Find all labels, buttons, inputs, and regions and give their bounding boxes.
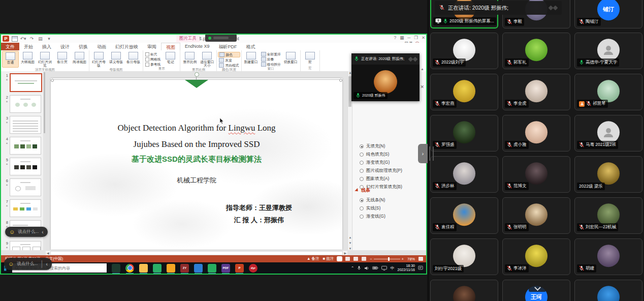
slide-title-en-line2[interactable]: Jujubes Based on the Improved SSD [51,139,342,149]
participant-tile-李冰洋[interactable]: 李冰洋 [502,238,570,275]
tray-battery-icon[interactable] [372,266,378,270]
slide-thumbnail-2[interactable]: 2✶ [3,95,45,113]
participant-tile[interactable] [430,280,498,301]
pdf-app-icon[interactable]: PDF [221,264,230,273]
panel-resize-grip[interactable] [429,146,434,161]
ribbon-button-大纲视图[interactable]: 大纲视图 [19,51,36,68]
fit-to-window-button[interactable] [418,257,423,261]
restore-icon[interactable]: ❐ [414,35,418,40]
zoom-slider[interactable]: − + [370,257,404,261]
participant-tile[interactable] [574,280,642,301]
participant-tile-高德华-宁夏大学[interactable]: 高德华-宁夏大学 [574,33,642,69]
ribbon-tab-文件[interactable]: 文件 [1,43,19,50]
file-explorer-icon[interactable] [139,264,148,273]
ribbon-button-备注页[interactable]: 备注页 [54,51,71,68]
scroll-right-icon[interactable]: ▶ [344,251,346,255]
ribbon-tab-动画[interactable]: 动画 [92,43,111,50]
fill-option-5[interactable]: 图案填充(A) [360,176,389,182]
participant-tile-刘宏民—22机械[interactable]: 刘宏民—22机械 [574,197,642,234]
tray-expand-icon[interactable]: ⌃ [351,266,355,270]
participant-tile-范博文[interactable]: 范博文 [502,156,570,193]
ribbon-checkbox-参考线[interactable]: 参考线 [144,62,162,67]
clock[interactable]: 18:30 2022/11/16 [397,264,415,272]
fill-option-1[interactable]: 无填充(N) [360,143,385,149]
slide-thumbnail-9[interactable]: 9✶ [3,241,45,250]
slide-advisor[interactable]: 指导老师：王昱潭教授 [173,203,345,213]
chrome-icon[interactable] [125,264,134,273]
ribbon-button-层叠[interactable]: 层叠 [260,57,282,62]
ribbon-button-讲义母版[interactable]: 讲义母版 [108,51,124,68]
slide-title-cn[interactable]: 基于改进SSD的灵武长枣目标检测算法 [51,155,342,164]
chat-input-bar[interactable]: ☺ 说点什么... | ‹ [4,258,52,270]
slide-horizontal-scrollbar[interactable]: ◀ ▶ [46,250,347,255]
speaker-video-tile[interactable]: 2020级 邢振伟 [351,65,420,101]
slide-thumbnail-7[interactable]: 7✶ [3,199,45,217]
fill-option-4[interactable]: 图片或纹理填充(P) [360,168,402,174]
green-app-icon[interactable] [208,264,216,273]
code-editor-icon[interactable] [112,264,120,273]
scroll-more-participants-button[interactable] [529,284,546,292]
ribbon-button-宏[interactable]: 宏 [302,51,318,66]
help-icon[interactable]: ? [394,35,396,40]
line-section-header[interactable]: 线条 [355,187,370,194]
speaker-float-panel[interactable]: 正在讲话: 2020级 邢振伟; 2020级 邢振伟 [351,53,420,101]
ribbon-button-全部重排[interactable]: 全部重排 [260,52,282,56]
normal-view-button[interactable] [337,257,342,261]
ribbon-tab-EndNote X9[interactable]: EndNote X9 [180,43,214,50]
participant-tile-袁佳程[interactable]: 袁佳程 [430,197,498,234]
green-triangle-shape[interactable] [185,80,208,88]
ribbon-button-灰度[interactable]: 灰度 [218,58,240,63]
zoom-out-icon[interactable]: − [370,257,372,261]
meeting-minibar[interactable] [205,34,237,42]
fill-option-2[interactable]: 纯色填充(S) [360,152,389,158]
slide-thumbnail-6[interactable]: 6✶ [3,178,45,196]
ribbon-tab-福昕PDF[interactable]: 福昕PDF [214,43,242,50]
slideshow-view-button[interactable] [362,257,366,261]
participant-tile-李全虎[interactable]: 李全虎 [502,74,570,110]
zoom-level[interactable]: 78% [407,257,415,261]
slide-canvas[interactable]: Object Detection Algorithm for Lingwu Lo… [51,78,342,250]
notes-button[interactable]: ▲ 备注 [307,256,319,261]
participant-tile-虎小雅[interactable]: 虎小雅 [502,115,570,152]
blue-app-icon[interactable] [194,264,203,273]
chat-bubble[interactable]: ☺ 说点什么... ‹ [5,227,48,237]
zy-app-icon[interactable]: ZY [180,264,189,273]
zoom-knob[interactable] [388,257,390,261]
ribbon-button-阅读视图[interactable]: 阅读视图 [71,51,88,68]
slide-sorter-view-button[interactable] [345,257,350,261]
ribbon-tab-切换[interactable]: 切换 [74,43,92,50]
reading-view-button[interactable] [353,257,358,261]
ribbon-tab-开始[interactable]: 开始 [19,43,38,50]
ribbon-checkbox-网格线[interactable]: 网格线 [144,57,162,62]
participant-tile-罗强盛[interactable]: 罗强盛 [430,115,498,152]
ribbon-checkbox-标尺[interactable]: 标尺 [144,52,162,56]
ribbon-button-颜色[interactable]: 颜色 [218,52,240,57]
ribbon-tab-幻灯片放映[interactable]: 幻灯片放映 [111,43,143,50]
ribbon-button-幻灯片母版[interactable]: 幻灯片母版 [90,51,107,68]
ribbon-button-幻灯片浏览[interactable]: 幻灯片浏览 [37,51,53,68]
comments-button[interactable]: ■ 批注 [323,256,334,261]
shape-rotate-handle[interactable] [195,72,199,77]
participant-tile-刘行宇2021级[interactable]: 刘行宇2021级 [430,238,498,275]
slide-thumbnail-3[interactable]: 3✶ [3,116,45,134]
pane-scroll-up-icon[interactable]: ▲ [421,67,424,71]
line-option-2[interactable]: 实线(S) [360,205,380,212]
ribbon-button-备注母版[interactable]: 备注母版 [125,51,142,68]
participant-tile-张明明[interactable]: 张明明 [502,197,570,234]
ribbon-button-切换窗口[interactable]: 切换窗口 [282,51,299,67]
participant-tile-马骞 2021级2班[interactable]: 马骞 2021级2班 [574,115,642,152]
ribbon-button-普通[interactable]: 普通 [2,51,19,68]
participant-tile-2022级 梁乐[interactable]: 2022级 梁乐 [574,156,642,193]
tray-mic-icon[interactable] [357,265,361,270]
slide-thumbnail-5[interactable]: 5✶ [3,158,45,175]
yellow-app-icon[interactable] [167,264,175,273]
participant-tile-2022级刘宇[interactable]: 2022级刘宇 [430,33,498,69]
red-circle-app-icon[interactable]: dyr [249,264,257,273]
slide-title-en-line1[interactable]: Object Detection Algorithm for Lingwu Lo… [51,123,342,133]
ime-indicator[interactable]: 中 [390,265,394,271]
ribbon-options-icon[interactable]: ▦ [400,35,404,40]
powerpoint-icon[interactable]: P [235,264,244,273]
collapse-chat-icon[interactable]: ‹ [46,261,47,267]
ribbon-button-黑白模式[interactable]: 黑白模式 [218,63,240,68]
participant-tile-李宏燕[interactable]: 李宏燕 [430,74,498,110]
